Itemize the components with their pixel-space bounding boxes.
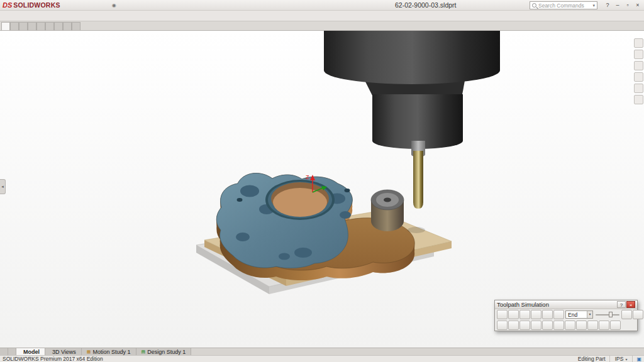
chevron-down-icon[interactable]: ▾ — [625, 357, 627, 361]
pocket-cut — [340, 211, 351, 219]
search-commands-box[interactable]: Search Commands ▾ — [530, 1, 597, 9]
toolbar-icon[interactable] — [130, 1, 140, 9]
sim-button[interactable] — [565, 321, 575, 330]
commandmanager-tab[interactable] — [45, 22, 54, 30]
task-pane-icon[interactable] — [634, 72, 643, 82]
sim-button[interactable] — [576, 321, 587, 330]
sim-button[interactable] — [621, 310, 632, 319]
toolbar-icon[interactable] — [213, 11, 223, 21]
sim-button[interactable] — [519, 310, 530, 319]
task-pane-icon[interactable] — [634, 50, 643, 59]
task-pane-icon[interactable] — [634, 84, 643, 93]
sim-button[interactable] — [633, 310, 643, 319]
end-condition-dropdown[interactable]: End ▾ — [565, 310, 593, 319]
document-tab[interactable]: ▦ Motion Study 1 — [82, 348, 136, 355]
toolbar-icon[interactable] — [133, 11, 142, 21]
commandmanager-tab[interactable] — [19, 22, 28, 30]
toolbar-icon[interactable] — [163, 11, 172, 21]
toolbar-icon[interactable] — [150, 1, 160, 9]
sim-button[interactable] — [599, 321, 609, 330]
toolbar-icon[interactable] — [72, 11, 82, 21]
sim-button[interactable] — [587, 321, 598, 330]
commandmanager-tab[interactable] — [63, 22, 72, 30]
tab-scroll-button[interactable] — [8, 348, 16, 355]
toolbar-icon[interactable] — [123, 11, 132, 21]
left-panel-flyout-tab[interactable]: ◂ — [0, 179, 6, 194]
document-tab[interactable]: 3D Views — [45, 348, 82, 355]
sim-button[interactable] — [497, 310, 508, 319]
toolbar-icon[interactable] — [113, 11, 122, 21]
sim-button[interactable] — [542, 321, 553, 330]
speed-slider[interactable] — [596, 310, 619, 319]
toolbar-icon[interactable] — [103, 11, 112, 21]
cutting-tool — [413, 151, 423, 209]
document-tab[interactable]: Model — [16, 348, 45, 355]
dialog-close-button[interactable]: × — [626, 301, 635, 308]
commandmanager-tab[interactable] — [36, 22, 45, 30]
toolbar-icon[interactable] — [170, 1, 180, 9]
toolbar-icon[interactable] — [183, 11, 192, 21]
restore-button[interactable]: ▫ — [623, 1, 633, 9]
toolbar-icon[interactable] — [12, 11, 21, 21]
commandmanager-tab[interactable] — [72, 22, 80, 30]
dialog-help-button[interactable]: ? — [617, 301, 626, 308]
tab-scroll-button[interactable] — [0, 348, 8, 355]
toolbar-icon[interactable] — [42, 11, 52, 21]
sim-button[interactable] — [531, 321, 541, 330]
pocket-cut — [236, 233, 250, 241]
sim-button[interactable] — [531, 310, 541, 319]
hole-cut — [237, 198, 243, 202]
task-pane-icon[interactable] — [634, 38, 643, 48]
minimize-button[interactable]: – — [613, 1, 623, 9]
toolbar-icon[interactable] — [2, 11, 11, 21]
task-pane — [634, 38, 643, 104]
document-tab[interactable]: ▤ Design Study 1 — [136, 348, 192, 355]
commandmanager-tab[interactable] — [1, 22, 10, 30]
sim-button[interactable] — [508, 310, 519, 319]
chevron-down-icon[interactable]: ▾ — [587, 311, 592, 318]
unit-system-selector[interactable]: IPS ▾ — [609, 356, 633, 362]
toolbar-icon[interactable] — [120, 1, 130, 9]
sim-button[interactable] — [542, 310, 553, 319]
sim-button[interactable] — [553, 310, 564, 319]
commandmanager-tab[interactable] — [28, 22, 36, 30]
toolbar-icon[interactable] — [32, 11, 42, 21]
toolbar-icon[interactable] — [211, 1, 220, 9]
toolbar-icon[interactable] — [143, 11, 152, 21]
task-pane-icon[interactable] — [634, 61, 643, 70]
toolbar-icon[interactable] — [153, 11, 162, 21]
toolbar-icon[interactable] — [22, 11, 31, 21]
toolbar-icon[interactable] — [193, 11, 203, 21]
toolbar-icon[interactable] — [52, 11, 62, 21]
status-bar: SOLIDWORKS Premium 2017 x64 Edition Edit… — [0, 355, 644, 362]
status-corner-icon[interactable]: ▣ — [636, 356, 641, 362]
sim-button[interactable] — [508, 321, 519, 330]
toolbar-icon[interactable] — [221, 1, 230, 9]
close-button[interactable]: × — [633, 1, 643, 9]
toolbar-icon[interactable] — [203, 11, 213, 21]
sim-button[interactable] — [519, 321, 530, 330]
toolbar-icon[interactable] — [92, 11, 102, 21]
task-pane-icon[interactable] — [634, 95, 643, 104]
toolbar-icon[interactable] — [160, 1, 170, 9]
sim-button[interactable] — [610, 321, 621, 330]
toolbar-icon[interactable] — [180, 1, 190, 9]
sim-button[interactable] — [553, 321, 564, 330]
toolbar-icon[interactable] — [201, 1, 210, 9]
dialog-titlebar[interactable]: Toolpath Simulation ? × — [495, 300, 637, 309]
titlebar: DS SOLIDWORKS ◉ 62-02-9000-03.sldprt Sea… — [0, 0, 644, 11]
toolbar-icon[interactable] — [140, 1, 150, 9]
pushpin-icon[interactable]: ◉ — [112, 3, 116, 8]
commandmanager-tab[interactable] — [10, 22, 19, 30]
commandmanager-tab[interactable] — [54, 22, 63, 30]
chevron-down-icon[interactable]: ▾ — [592, 3, 595, 8]
sim-button[interactable] — [497, 321, 508, 330]
viewport-3d[interactable]: Z ◂ Toolpath Simulation ? × — [0, 31, 644, 348]
help-button[interactable]: ? — [602, 1, 613, 9]
toolbar-icon[interactable] — [173, 11, 182, 21]
toolbar-icon[interactable] — [62, 11, 72, 21]
cam-toolbar — [0, 11, 644, 21]
toolbar-icon[interactable] — [191, 1, 200, 9]
toolbar-icon[interactable] — [82, 11, 92, 21]
slider-thumb[interactable] — [609, 312, 613, 317]
